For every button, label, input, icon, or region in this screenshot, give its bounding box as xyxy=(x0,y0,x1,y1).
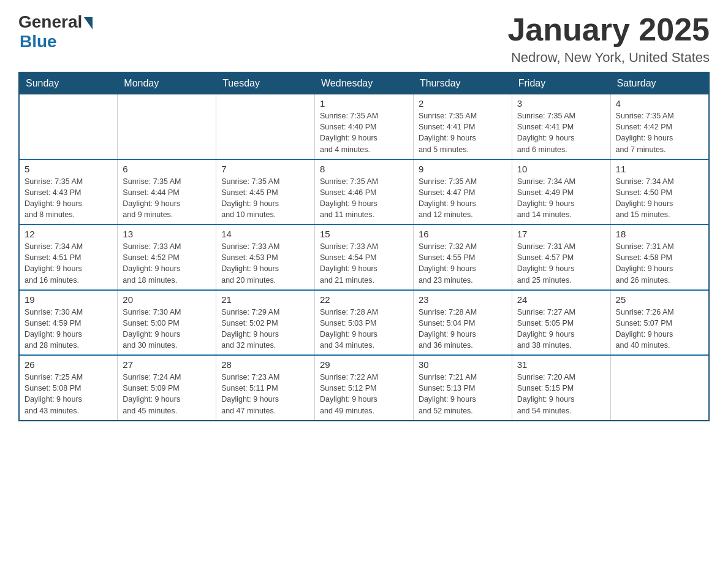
day-number: 25 xyxy=(616,294,703,305)
header-tuesday: Tuesday xyxy=(216,72,315,94)
calendar-day-5: 5Sunrise: 7:35 AMSunset: 4:43 PMDaylight… xyxy=(19,159,118,225)
day-number: 6 xyxy=(123,164,211,174)
day-number: 1 xyxy=(320,98,408,109)
calendar-header-row: SundayMondayTuesdayWednesdayThursdayFrid… xyxy=(19,72,709,94)
calendar-day-25: 25Sunrise: 7:26 AMSunset: 5:07 PMDayligh… xyxy=(610,290,709,356)
calendar-day-26: 26Sunrise: 7:25 AMSunset: 5:08 PMDayligh… xyxy=(19,355,118,421)
calendar-day-15: 15Sunrise: 7:33 AMSunset: 4:54 PMDayligh… xyxy=(315,224,414,290)
header-thursday: Thursday xyxy=(413,72,512,94)
day-info: Sunrise: 7:29 AMSunset: 5:02 PMDaylight:… xyxy=(221,307,309,351)
calendar-week-row: 12Sunrise: 7:34 AMSunset: 4:51 PMDayligh… xyxy=(19,224,709,290)
day-info: Sunrise: 7:25 AMSunset: 5:08 PMDaylight:… xyxy=(25,372,112,416)
day-info: Sunrise: 7:30 AMSunset: 5:00 PMDaylight:… xyxy=(123,307,211,351)
day-number: 12 xyxy=(25,229,112,239)
calendar-day-12: 12Sunrise: 7:34 AMSunset: 4:51 PMDayligh… xyxy=(19,224,118,290)
day-number: 26 xyxy=(25,359,112,370)
day-number: 2 xyxy=(419,98,507,109)
calendar-day-14: 14Sunrise: 7:33 AMSunset: 4:53 PMDayligh… xyxy=(216,224,315,290)
title-area: January 2025 Nedrow, New York, United St… xyxy=(507,12,710,66)
day-number: 13 xyxy=(123,229,211,239)
day-info: Sunrise: 7:31 AMSunset: 4:57 PMDaylight:… xyxy=(517,241,605,286)
day-number: 3 xyxy=(517,98,605,109)
day-info: Sunrise: 7:20 AMSunset: 5:15 PMDaylight:… xyxy=(517,372,605,416)
day-number: 18 xyxy=(616,229,703,239)
day-info: Sunrise: 7:33 AMSunset: 4:53 PMDaylight:… xyxy=(221,241,309,286)
calendar-day-10: 10Sunrise: 7:34 AMSunset: 4:49 PMDayligh… xyxy=(512,159,610,225)
calendar-table: SundayMondayTuesdayWednesdayThursdayFrid… xyxy=(18,72,710,421)
day-number: 27 xyxy=(123,359,211,370)
day-number: 16 xyxy=(419,229,507,239)
header-wednesday: Wednesday xyxy=(315,72,414,94)
day-info: Sunrise: 7:35 AMSunset: 4:44 PMDaylight:… xyxy=(123,176,211,221)
calendar-week-row: 5Sunrise: 7:35 AMSunset: 4:43 PMDaylight… xyxy=(19,159,709,225)
calendar-day-16: 16Sunrise: 7:32 AMSunset: 4:55 PMDayligh… xyxy=(413,224,512,290)
day-info: Sunrise: 7:28 AMSunset: 5:04 PMDaylight:… xyxy=(419,307,507,351)
header-friday: Friday xyxy=(512,72,610,94)
day-number: 31 xyxy=(517,359,605,370)
header-saturday: Saturday xyxy=(610,72,709,94)
calendar-day-18: 18Sunrise: 7:31 AMSunset: 4:58 PMDayligh… xyxy=(610,224,709,290)
calendar-day-19: 19Sunrise: 7:30 AMSunset: 4:59 PMDayligh… xyxy=(19,290,118,356)
day-number: 15 xyxy=(320,229,408,239)
day-number: 7 xyxy=(221,164,309,174)
calendar-day-20: 20Sunrise: 7:30 AMSunset: 5:00 PMDayligh… xyxy=(118,290,216,356)
calendar-title: January 2025 xyxy=(507,12,710,47)
calendar-week-row: 1Sunrise: 7:35 AMSunset: 4:40 PMDaylight… xyxy=(19,94,709,159)
day-info: Sunrise: 7:32 AMSunset: 4:55 PMDaylight:… xyxy=(419,241,507,286)
day-number: 8 xyxy=(320,164,408,174)
day-number: 19 xyxy=(25,294,112,305)
calendar-day-7: 7Sunrise: 7:35 AMSunset: 4:45 PMDaylight… xyxy=(216,159,315,225)
day-number: 4 xyxy=(616,98,703,109)
day-info: Sunrise: 7:35 AMSunset: 4:42 PMDaylight:… xyxy=(616,110,703,155)
calendar-day-9: 9Sunrise: 7:35 AMSunset: 4:47 PMDaylight… xyxy=(413,159,512,225)
calendar-day-21: 21Sunrise: 7:29 AMSunset: 5:02 PMDayligh… xyxy=(216,290,315,356)
logo-triangle-icon xyxy=(84,17,93,29)
day-number: 24 xyxy=(517,294,605,305)
day-info: Sunrise: 7:35 AMSunset: 4:43 PMDaylight:… xyxy=(25,176,112,221)
day-info: Sunrise: 7:21 AMSunset: 5:13 PMDaylight:… xyxy=(419,372,507,416)
day-number: 28 xyxy=(221,359,309,370)
calendar-day-1: 1Sunrise: 7:35 AMSunset: 4:40 PMDaylight… xyxy=(315,94,414,159)
calendar-day-3: 3Sunrise: 7:35 AMSunset: 4:41 PMDaylight… xyxy=(512,94,610,159)
calendar-week-row: 19Sunrise: 7:30 AMSunset: 4:59 PMDayligh… xyxy=(19,290,709,356)
day-info: Sunrise: 7:31 AMSunset: 4:58 PMDaylight:… xyxy=(616,241,703,286)
day-info: Sunrise: 7:33 AMSunset: 4:52 PMDaylight:… xyxy=(123,241,211,286)
calendar-day-2: 2Sunrise: 7:35 AMSunset: 4:41 PMDaylight… xyxy=(413,94,512,159)
day-number: 9 xyxy=(419,164,507,174)
day-number: 5 xyxy=(25,164,112,174)
calendar-empty-cell xyxy=(118,94,216,159)
calendar-empty-cell xyxy=(216,94,315,159)
day-info: Sunrise: 7:33 AMSunset: 4:54 PMDaylight:… xyxy=(320,241,408,286)
day-info: Sunrise: 7:34 AMSunset: 4:50 PMDaylight:… xyxy=(616,176,703,221)
calendar-day-8: 8Sunrise: 7:35 AMSunset: 4:46 PMDaylight… xyxy=(315,159,414,225)
calendar-week-row: 26Sunrise: 7:25 AMSunset: 5:08 PMDayligh… xyxy=(19,355,709,421)
day-info: Sunrise: 7:35 AMSunset: 4:40 PMDaylight:… xyxy=(320,110,408,155)
day-number: 11 xyxy=(616,164,703,174)
calendar-day-24: 24Sunrise: 7:27 AMSunset: 5:05 PMDayligh… xyxy=(512,290,610,356)
logo-general-text: General xyxy=(18,12,82,32)
header-sunday: Sunday xyxy=(19,72,118,94)
day-number: 17 xyxy=(517,229,605,239)
day-info: Sunrise: 7:35 AMSunset: 4:47 PMDaylight:… xyxy=(419,176,507,221)
day-info: Sunrise: 7:26 AMSunset: 5:07 PMDaylight:… xyxy=(616,307,703,351)
day-info: Sunrise: 7:35 AMSunset: 4:41 PMDaylight:… xyxy=(419,110,507,155)
calendar-day-17: 17Sunrise: 7:31 AMSunset: 4:57 PMDayligh… xyxy=(512,224,610,290)
day-number: 22 xyxy=(320,294,408,305)
day-info: Sunrise: 7:30 AMSunset: 4:59 PMDaylight:… xyxy=(25,307,112,351)
calendar-day-6: 6Sunrise: 7:35 AMSunset: 4:44 PMDaylight… xyxy=(118,159,216,225)
calendar-day-29: 29Sunrise: 7:22 AMSunset: 5:12 PMDayligh… xyxy=(315,355,414,421)
header-monday: Monday xyxy=(118,72,216,94)
calendar-day-30: 30Sunrise: 7:21 AMSunset: 5:13 PMDayligh… xyxy=(413,355,512,421)
calendar-day-31: 31Sunrise: 7:20 AMSunset: 5:15 PMDayligh… xyxy=(512,355,610,421)
day-number: 21 xyxy=(221,294,309,305)
calendar-day-11: 11Sunrise: 7:34 AMSunset: 4:50 PMDayligh… xyxy=(610,159,709,225)
day-number: 30 xyxy=(419,359,507,370)
calendar-day-23: 23Sunrise: 7:28 AMSunset: 5:04 PMDayligh… xyxy=(413,290,512,356)
calendar-day-13: 13Sunrise: 7:33 AMSunset: 4:52 PMDayligh… xyxy=(118,224,216,290)
day-info: Sunrise: 7:34 AMSunset: 4:51 PMDaylight:… xyxy=(25,241,112,286)
day-number: 29 xyxy=(320,359,408,370)
day-info: Sunrise: 7:27 AMSunset: 5:05 PMDaylight:… xyxy=(517,307,605,351)
day-number: 20 xyxy=(123,294,211,305)
day-info: Sunrise: 7:23 AMSunset: 5:11 PMDaylight:… xyxy=(221,372,309,416)
day-number: 10 xyxy=(517,164,605,174)
